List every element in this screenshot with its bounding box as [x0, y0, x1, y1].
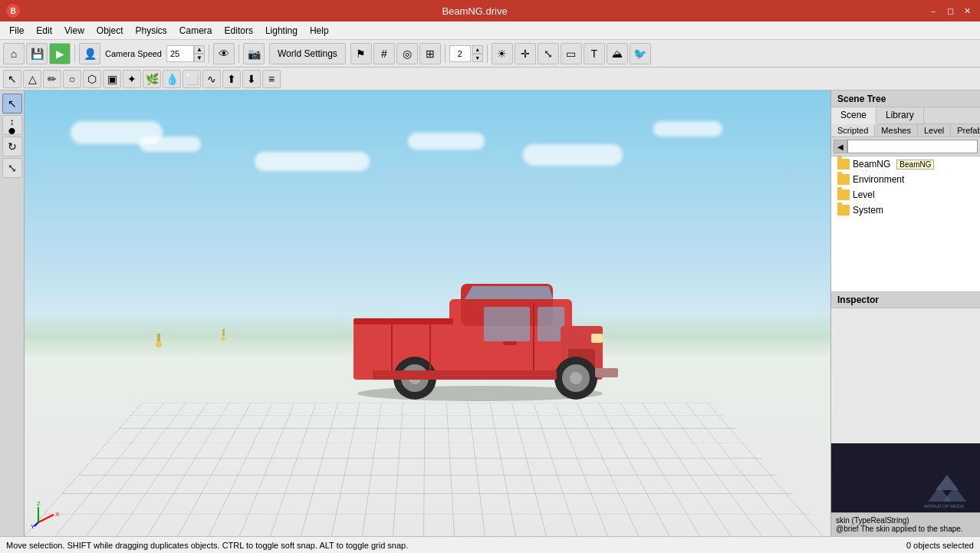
speed-up-btn[interactable]: ▲ [194, 45, 205, 54]
num-input[interactable] [449, 45, 471, 62]
menu-camera[interactable]: Camera [173, 24, 219, 38]
tb-flag-btn[interactable]: ⚑ [350, 43, 372, 64]
svg-rect-3 [222, 329, 225, 336]
window-controls: – ◻ ✕ [926, 4, 974, 18]
tb-text-btn[interactable]: T [584, 43, 605, 64]
cloud5 [523, 144, 623, 166]
tb-scale-btn[interactable]: ⤡ [538, 43, 559, 64]
light-obj1 [151, 334, 166, 349]
tool-select[interactable]: ↖ [2, 94, 22, 114]
tb-save-btn[interactable]: 💾 [26, 43, 48, 64]
tree-item-environment[interactable]: Environment [831, 172, 980, 187]
sep1 [74, 44, 75, 63]
tb-terrain-btn[interactable]: ⛰ [607, 43, 628, 64]
tb-move-btn[interactable]: ✛ [515, 43, 536, 64]
cloud6 [653, 121, 722, 137]
search-back-btn[interactable]: ◀ [834, 140, 847, 153]
tool-rotate[interactable]: ↻ [2, 137, 22, 156]
menubar: File Edit View Object Physics Camera Edi… [0, 21, 980, 40]
tab-library[interactable]: Library [876, 107, 924, 123]
sep4 [445, 44, 446, 63]
tb-cam-btn[interactable]: 📷 [243, 43, 265, 64]
num-down-btn[interactable]: ▼ [472, 54, 483, 62]
minimize-button[interactable]: – [926, 4, 940, 18]
window-title: BeamNG.drive [23, 5, 926, 17]
svg-line-29 [35, 522, 38, 526]
tb2-box-btn[interactable]: ▣ [103, 70, 121, 88]
lib-tab-level[interactable]: Level [918, 124, 951, 137]
light-obj2 [216, 329, 232, 344]
tb2-select-btn[interactable]: ⬜ [183, 70, 201, 88]
tab-scene[interactable]: Scene [831, 107, 876, 124]
tb-circle-btn[interactable]: ◎ [396, 43, 418, 64]
tb-rect-btn[interactable]: ▭ [561, 43, 582, 64]
cloud3 [255, 152, 370, 171]
close-button[interactable]: ✕ [960, 4, 974, 18]
tb-play-btn[interactable]: ▶ [49, 43, 71, 64]
tb2-raise-btn[interactable]: ⬆ [222, 70, 241, 88]
tb-bird-btn[interactable]: 🐦 [630, 43, 651, 64]
tree-item-environment-label: Environment [853, 174, 904, 185]
tb-grid-btn[interactable]: # [373, 43, 395, 64]
speed-arrows: ▲ ▼ [194, 45, 205, 62]
tree-item-level[interactable]: Level [831, 187, 980, 202]
tb2-globe-btn[interactable]: ○ [63, 70, 81, 88]
num-up-btn[interactable]: ▲ [472, 45, 483, 54]
tb-snap-btn[interactable]: ⊞ [419, 43, 441, 64]
svg-point-18 [570, 372, 582, 384]
skin-desc-label: @brief The skin applied to the shape. [836, 525, 975, 533]
menu-physics[interactable]: Physics [130, 24, 173, 38]
menu-view[interactable]: View [58, 24, 90, 38]
tb2-drop-btn[interactable]: 💧 [163, 70, 181, 88]
tree-item-beamng[interactable]: BeamNG BeamNG [831, 156, 980, 172]
menu-object[interactable]: Object [90, 24, 130, 38]
menu-edit[interactable]: Edit [30, 24, 58, 38]
status-left: Move selection. SHIFT while dragging dup… [6, 541, 408, 550]
app-icon: B [6, 4, 20, 18]
camera-speed-label: Camera Speed [105, 49, 162, 58]
tb2-move2-btn[interactable]: ✦ [123, 70, 141, 88]
menu-help[interactable]: Help [304, 24, 335, 38]
tb-person-btn[interactable]: 👤 [79, 43, 100, 64]
tb2-triangle-btn[interactable]: △ [23, 70, 41, 88]
world-settings-button[interactable]: World Settings [269, 43, 346, 64]
tb2-flatten-btn[interactable]: ≡ [262, 70, 281, 88]
skin-info: skin (TypeRealString) @brief The skin ap… [831, 512, 980, 536]
menu-lighting[interactable]: Lighting [259, 24, 304, 38]
wom-logo: WORLD OF MODS [920, 471, 974, 509]
speed-down-btn[interactable]: ▼ [194, 54, 205, 62]
viewport[interactable]: X Z Y [25, 91, 830, 536]
car-vehicle [331, 257, 622, 403]
lib-tab-prefabs[interactable]: Prefabs [951, 124, 980, 137]
tb-eye-btn[interactable]: 👁 [213, 43, 235, 64]
folder-icon-beamng [837, 159, 850, 170]
tree-item-system[interactable]: System [831, 202, 980, 218]
tb2-arrow-btn[interactable]: ↖ [3, 70, 21, 88]
menu-editors[interactable]: Editors [219, 24, 259, 38]
tb2-lower-btn[interactable]: ⬇ [242, 70, 261, 88]
menu-file[interactable]: File [3, 24, 30, 38]
tool-move[interactable]: ↕ ⬤ [2, 115, 22, 135]
svg-marker-8 [465, 286, 553, 299]
svg-point-0 [156, 341, 162, 347]
tb2-leaf-btn[interactable]: 🌿 [143, 70, 161, 88]
tb2-shield-btn[interactable]: ⬡ [83, 70, 101, 88]
tool-scale2[interactable]: ⤡ [2, 158, 22, 178]
toolbar2: ↖ △ ✏ ○ ⬡ ▣ ✦ 🌿 💧 ⬜ ∿ ⬆ ⬇ ≡ [0, 67, 980, 91]
tb-home-btn[interactable]: ⌂ [3, 43, 25, 64]
main-area: ↖ ↕ ⬤ ↻ ⤡ [0, 91, 980, 536]
search-input[interactable] [847, 140, 978, 153]
sep5 [487, 44, 488, 63]
tb2-brush-btn[interactable]: ✏ [43, 70, 61, 88]
svg-text:WORLD OF MODS: WORLD OF MODS [924, 504, 964, 509]
tb2-smooth-btn[interactable]: ∿ [202, 70, 221, 88]
lib-tab-scripted[interactable]: Scripted [831, 124, 875, 137]
scene-tabs: Scene Library [831, 107, 980, 124]
camera-speed-input[interactable] [166, 45, 194, 62]
tb-sun-btn[interactable]: ☀ [492, 43, 513, 64]
restore-button[interactable]: ◻ [943, 4, 957, 18]
lib-tab-meshes[interactable]: Meshes [875, 124, 918, 137]
folder-icon-level [837, 189, 850, 200]
status-right: 0 objects selected [906, 541, 974, 550]
svg-rect-10 [538, 307, 564, 341]
